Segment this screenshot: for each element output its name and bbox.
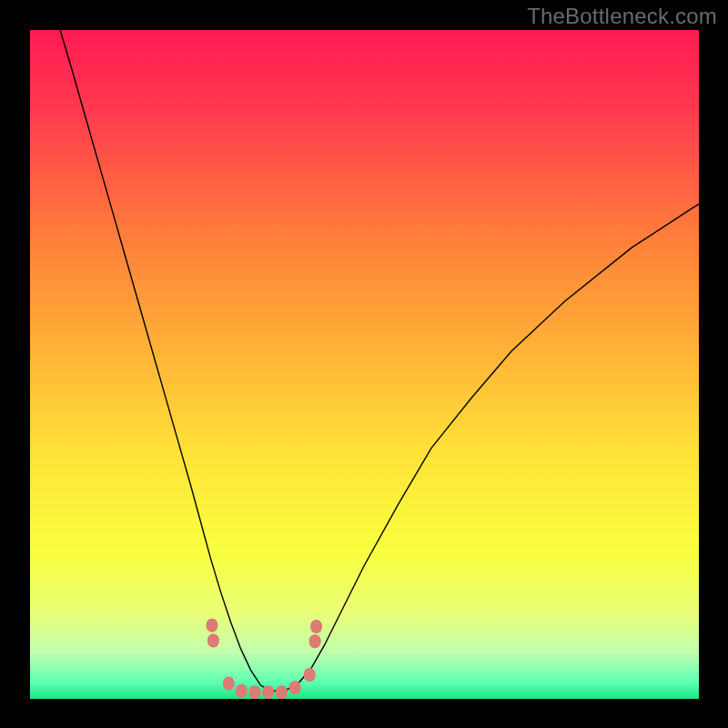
chart-container: TheBottleneck.com [0,0,728,728]
marker-point [309,634,321,648]
chart-svg [30,30,699,699]
marker-point [207,634,219,648]
marker-point [206,619,217,632]
marker-point [310,620,322,633]
chart-background [30,30,699,699]
marker-point [276,685,288,699]
marker-point [236,684,248,698]
marker-point [304,668,316,682]
marker-point [262,685,274,699]
plot-area [30,30,699,699]
watermark-text: TheBottleneck.com [527,4,717,29]
marker-point [223,677,235,691]
marker-point [289,681,301,694]
marker-point [248,685,260,699]
